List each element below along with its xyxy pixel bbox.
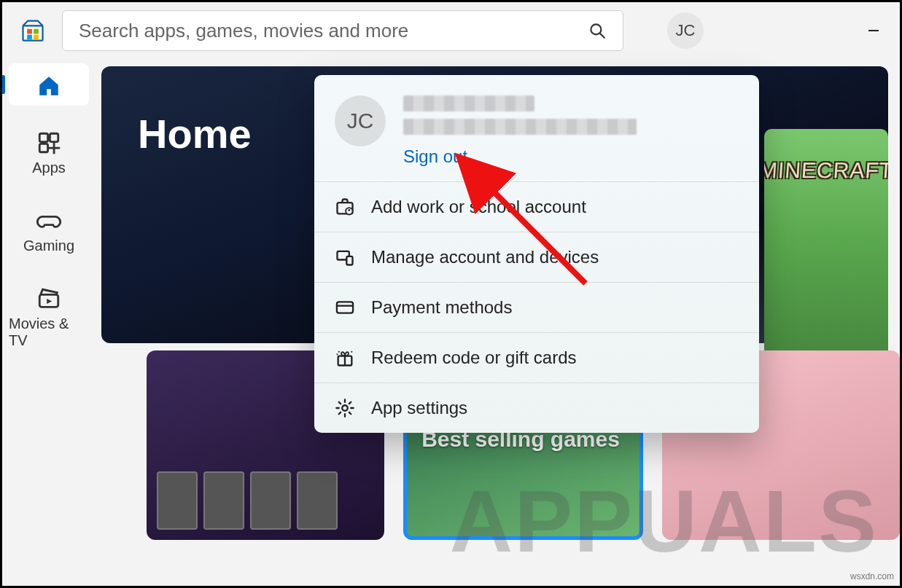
flyout-add-work-account[interactable]: Add work or school account [314,181,759,232]
account-flyout: JC Sign out Add work or school account M… [314,75,759,433]
nav-gaming-label: Gaming [23,238,74,254]
gift-icon [335,348,355,368]
watermark-subtext: wsxdn.com [850,571,894,581]
svg-rect-16 [346,256,352,265]
thumb [203,471,244,530]
sidebar: Apps Gaming Movies & TV [2,59,96,586]
nav-gaming[interactable]: Gaming [9,198,89,262]
nav-home[interactable] [9,63,89,106]
flyout-payment-methods[interactable]: Payment methods [314,282,759,332]
search-input[interactable] [79,20,588,42]
svg-point-23 [351,351,352,353]
minimize-icon [867,24,880,37]
flyout-manage-account[interactable]: Manage account and devices [314,232,759,282]
svg-rect-2 [34,29,39,34]
flyout-item-label: Add work or school account [371,197,586,217]
flyout-avatar: JC [335,95,386,146]
gear-icon [335,398,355,418]
redacted-user-name [403,95,534,111]
apps-icon [36,130,61,155]
svg-rect-8 [39,133,47,141]
svg-rect-9 [50,133,58,141]
flyout-item-label: Manage account and devices [371,247,599,267]
svg-point-22 [336,353,338,355]
flyout-item-label: App settings [371,398,467,418]
search-icon [588,21,607,40]
svg-rect-17 [337,302,353,313]
thumb [157,471,198,530]
gaming-icon [36,208,61,233]
svg-rect-10 [39,144,47,152]
home-icon [36,74,61,98]
thumb [250,471,291,530]
title-bar: JC [2,2,900,59]
svg-point-14 [348,209,350,211]
redacted-user-email [403,119,637,135]
user-avatar-button[interactable]: JC [667,12,704,49]
nav-apps[interactable]: Apps [9,120,89,184]
sign-out-link[interactable]: Sign out [403,146,467,167]
flyout-item-label: Payment methods [371,297,512,318]
flyout-app-settings[interactable]: App settings [314,383,759,433]
flyout-item-label: Redeem code or gift cards [371,348,576,368]
credit-card-icon [335,297,355,318]
svg-point-21 [338,351,340,353]
svg-rect-4 [34,35,39,40]
svg-rect-0 [23,26,43,40]
nav-movies[interactable]: Movies & TV [9,276,89,356]
flyout-redeem-code[interactable]: Redeem code or gift cards [314,332,759,383]
svg-point-24 [342,405,347,410]
briefcase-person-icon [335,197,355,217]
store-logo [18,16,47,45]
minimize-button[interactable] [858,15,890,47]
svg-rect-1 [27,29,32,34]
flyout-header: JC Sign out [314,75,759,181]
svg-rect-3 [27,35,32,40]
thumb [297,471,338,530]
devices-icon [335,247,355,267]
search-box[interactable] [62,10,623,51]
nav-apps-label: Apps [32,160,66,176]
movies-icon [36,286,61,311]
nav-movies-label: Movies & TV [9,315,89,349]
minecraft-logo: MINECRAFT [764,158,888,183]
svg-line-6 [600,34,604,38]
